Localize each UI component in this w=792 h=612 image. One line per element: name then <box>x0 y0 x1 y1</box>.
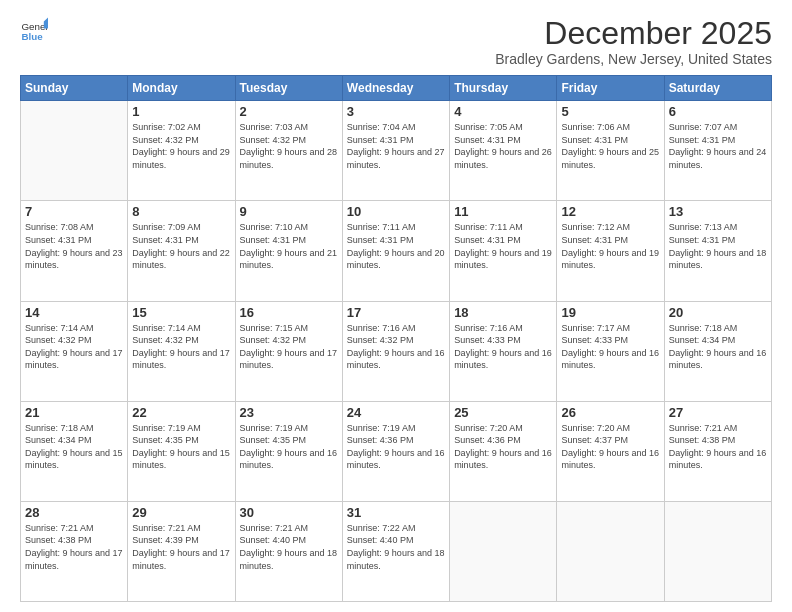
svg-marker-2 <box>44 17 48 28</box>
day-info: Sunrise: 7:09 AMSunset: 4:31 PMDaylight:… <box>132 221 230 271</box>
page: General Blue December 2025 Bradley Garde… <box>0 0 792 612</box>
sunrise-text: Sunrise: 7:13 AM <box>669 222 738 232</box>
day-number: 18 <box>454 305 552 320</box>
day-number: 28 <box>25 505 123 520</box>
table-row <box>664 501 771 601</box>
sunset-text: Sunset: 4:31 PM <box>347 135 414 145</box>
sunset-text: Sunset: 4:40 PM <box>240 535 307 545</box>
table-row: 20Sunrise: 7:18 AMSunset: 4:34 PMDayligh… <box>664 301 771 401</box>
daylight-text: Daylight: 9 hours and 16 minutes. <box>454 348 552 371</box>
calendar-week-row: 14Sunrise: 7:14 AMSunset: 4:32 PMDayligh… <box>21 301 772 401</box>
daylight-text: Daylight: 9 hours and 17 minutes. <box>25 548 123 571</box>
day-number: 10 <box>347 204 445 219</box>
sunrise-text: Sunrise: 7:19 AM <box>132 423 201 433</box>
daylight-text: Daylight: 9 hours and 15 minutes. <box>25 448 123 471</box>
daylight-text: Daylight: 9 hours and 16 minutes. <box>454 448 552 471</box>
table-row: 6Sunrise: 7:07 AMSunset: 4:31 PMDaylight… <box>664 101 771 201</box>
table-row: 17Sunrise: 7:16 AMSunset: 4:32 PMDayligh… <box>342 301 449 401</box>
svg-text:Blue: Blue <box>21 31 43 42</box>
day-number: 12 <box>561 204 659 219</box>
logo-icon: General Blue <box>20 16 48 44</box>
day-number: 7 <box>25 204 123 219</box>
day-number: 15 <box>132 305 230 320</box>
table-row: 4Sunrise: 7:05 AMSunset: 4:31 PMDaylight… <box>450 101 557 201</box>
sunset-text: Sunset: 4:31 PM <box>240 235 307 245</box>
sunset-text: Sunset: 4:31 PM <box>561 135 628 145</box>
sunset-text: Sunset: 4:32 PM <box>25 335 92 345</box>
sunrise-text: Sunrise: 7:12 AM <box>561 222 630 232</box>
sunset-text: Sunset: 4:32 PM <box>240 135 307 145</box>
day-info: Sunrise: 7:12 AMSunset: 4:31 PMDaylight:… <box>561 221 659 271</box>
day-number: 31 <box>347 505 445 520</box>
sunset-text: Sunset: 4:34 PM <box>25 435 92 445</box>
table-row: 26Sunrise: 7:20 AMSunset: 4:37 PMDayligh… <box>557 401 664 501</box>
day-info: Sunrise: 7:14 AMSunset: 4:32 PMDaylight:… <box>25 322 123 372</box>
sunrise-text: Sunrise: 7:21 AM <box>669 423 738 433</box>
table-row: 10Sunrise: 7:11 AMSunset: 4:31 PMDayligh… <box>342 201 449 301</box>
table-row: 28Sunrise: 7:21 AMSunset: 4:38 PMDayligh… <box>21 501 128 601</box>
table-row: 13Sunrise: 7:13 AMSunset: 4:31 PMDayligh… <box>664 201 771 301</box>
main-title: December 2025 <box>495 16 772 51</box>
sunrise-text: Sunrise: 7:16 AM <box>454 323 523 333</box>
day-info: Sunrise: 7:06 AMSunset: 4:31 PMDaylight:… <box>561 121 659 171</box>
table-row: 14Sunrise: 7:14 AMSunset: 4:32 PMDayligh… <box>21 301 128 401</box>
daylight-text: Daylight: 9 hours and 16 minutes. <box>347 448 445 471</box>
daylight-text: Daylight: 9 hours and 22 minutes. <box>132 248 230 271</box>
sunrise-text: Sunrise: 7:17 AM <box>561 323 630 333</box>
daylight-text: Daylight: 9 hours and 28 minutes. <box>240 147 338 170</box>
logo: General Blue <box>20 16 48 44</box>
day-info: Sunrise: 7:03 AMSunset: 4:32 PMDaylight:… <box>240 121 338 171</box>
sunrise-text: Sunrise: 7:05 AM <box>454 122 523 132</box>
table-row: 3Sunrise: 7:04 AMSunset: 4:31 PMDaylight… <box>342 101 449 201</box>
sunrise-text: Sunrise: 7:02 AM <box>132 122 201 132</box>
sunset-text: Sunset: 4:38 PM <box>669 435 736 445</box>
day-info: Sunrise: 7:04 AMSunset: 4:31 PMDaylight:… <box>347 121 445 171</box>
table-row: 8Sunrise: 7:09 AMSunset: 4:31 PMDaylight… <box>128 201 235 301</box>
day-info: Sunrise: 7:19 AMSunset: 4:35 PMDaylight:… <box>240 422 338 472</box>
sunset-text: Sunset: 4:34 PM <box>669 335 736 345</box>
header-saturday: Saturday <box>664 76 771 101</box>
daylight-text: Daylight: 9 hours and 17 minutes. <box>240 348 338 371</box>
daylight-text: Daylight: 9 hours and 26 minutes. <box>454 147 552 170</box>
calendar-table: Sunday Monday Tuesday Wednesday Thursday… <box>20 75 772 602</box>
day-info: Sunrise: 7:19 AMSunset: 4:35 PMDaylight:… <box>132 422 230 472</box>
day-info: Sunrise: 7:21 AMSunset: 4:38 PMDaylight:… <box>25 522 123 572</box>
day-number: 8 <box>132 204 230 219</box>
sunset-text: Sunset: 4:31 PM <box>347 235 414 245</box>
day-info: Sunrise: 7:15 AMSunset: 4:32 PMDaylight:… <box>240 322 338 372</box>
day-info: Sunrise: 7:07 AMSunset: 4:31 PMDaylight:… <box>669 121 767 171</box>
sunset-text: Sunset: 4:31 PM <box>669 135 736 145</box>
sunrise-text: Sunrise: 7:08 AM <box>25 222 94 232</box>
table-row: 23Sunrise: 7:19 AMSunset: 4:35 PMDayligh… <box>235 401 342 501</box>
day-info: Sunrise: 7:10 AMSunset: 4:31 PMDaylight:… <box>240 221 338 271</box>
day-info: Sunrise: 7:21 AMSunset: 4:39 PMDaylight:… <box>132 522 230 572</box>
day-number: 24 <box>347 405 445 420</box>
sunrise-text: Sunrise: 7:19 AM <box>347 423 416 433</box>
daylight-text: Daylight: 9 hours and 16 minutes. <box>561 448 659 471</box>
day-number: 23 <box>240 405 338 420</box>
daylight-text: Daylight: 9 hours and 29 minutes. <box>132 147 230 170</box>
table-row <box>557 501 664 601</box>
day-number: 17 <box>347 305 445 320</box>
day-info: Sunrise: 7:18 AMSunset: 4:34 PMDaylight:… <box>25 422 123 472</box>
day-info: Sunrise: 7:19 AMSunset: 4:36 PMDaylight:… <box>347 422 445 472</box>
sunset-text: Sunset: 4:38 PM <box>25 535 92 545</box>
day-info: Sunrise: 7:17 AMSunset: 4:33 PMDaylight:… <box>561 322 659 372</box>
daylight-text: Daylight: 9 hours and 15 minutes. <box>132 448 230 471</box>
day-number: 25 <box>454 405 552 420</box>
sunset-text: Sunset: 4:32 PM <box>132 135 199 145</box>
daylight-text: Daylight: 9 hours and 21 minutes. <box>240 248 338 271</box>
sunrise-text: Sunrise: 7:21 AM <box>25 523 94 533</box>
day-info: Sunrise: 7:11 AMSunset: 4:31 PMDaylight:… <box>454 221 552 271</box>
day-number: 13 <box>669 204 767 219</box>
table-row: 30Sunrise: 7:21 AMSunset: 4:40 PMDayligh… <box>235 501 342 601</box>
sunrise-text: Sunrise: 7:18 AM <box>669 323 738 333</box>
sunset-text: Sunset: 4:33 PM <box>561 335 628 345</box>
sunrise-text: Sunrise: 7:21 AM <box>132 523 201 533</box>
daylight-text: Daylight: 9 hours and 18 minutes. <box>669 248 767 271</box>
sunset-text: Sunset: 4:31 PM <box>25 235 92 245</box>
table-row: 31Sunrise: 7:22 AMSunset: 4:40 PMDayligh… <box>342 501 449 601</box>
daylight-text: Daylight: 9 hours and 23 minutes. <box>25 248 123 271</box>
day-info: Sunrise: 7:21 AMSunset: 4:38 PMDaylight:… <box>669 422 767 472</box>
daylight-text: Daylight: 9 hours and 18 minutes. <box>240 548 338 571</box>
